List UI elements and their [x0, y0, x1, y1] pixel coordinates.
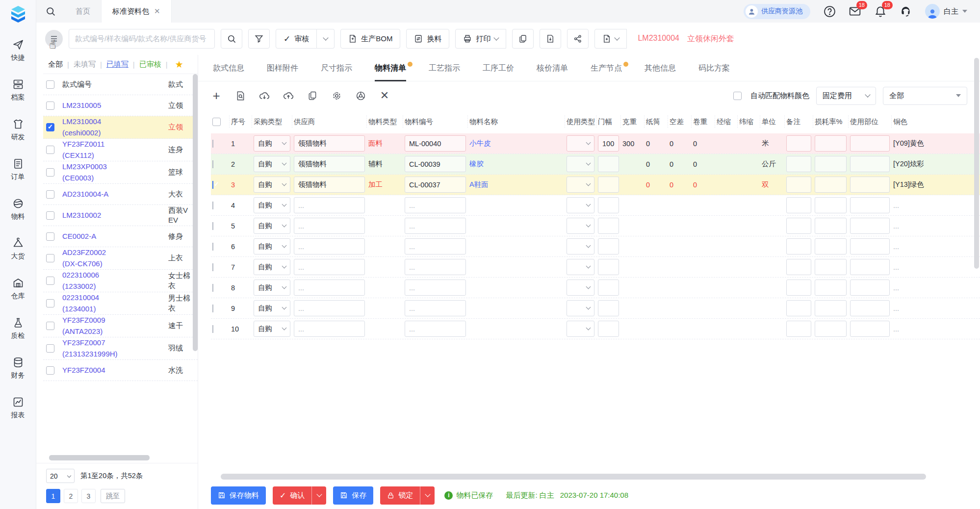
copy-rows-icon[interactable] [307, 90, 318, 101]
collapse-panel-button[interactable]: ☝ [45, 30, 63, 48]
style-list-item[interactable]: AD23FZ0002(DX-CK706)上衣 [43, 247, 198, 270]
filter-未填写[interactable]: 未填写 [74, 60, 96, 69]
sidebar-item-档案[interactable]: 档案 [11, 78, 25, 102]
filter-已审核[interactable]: 已审核 [139, 60, 161, 69]
style-item-checkbox[interactable] [46, 299, 54, 307]
fee-type-select[interactable]: 固定费用 [816, 87, 876, 105]
fabric-width-input[interactable] [598, 218, 619, 234]
app-logo-icon[interactable] [8, 4, 28, 25]
note-input[interactable] [786, 197, 811, 213]
loss-rate-input[interactable] [815, 218, 847, 234]
select-all-rows-checkbox[interactable] [212, 118, 221, 126]
use-type-select[interactable] [567, 135, 594, 152]
purchase-type-select[interactable]: 自购 [254, 156, 290, 172]
material-code-input[interactable]: CL-00037 [405, 177, 466, 193]
tab-home[interactable]: 首页 [65, 0, 101, 23]
use-part-input[interactable] [850, 300, 890, 316]
note-input[interactable] [786, 300, 811, 316]
close-tab-icon[interactable]: ✕ [154, 7, 160, 16]
filter-已填写[interactable]: 已填写 [106, 60, 129, 69]
use-type-select[interactable] [567, 280, 594, 296]
style-item-checkbox[interactable] [46, 366, 54, 375]
row-checkbox[interactable] [212, 305, 213, 312]
window-vertical-scrollbar[interactable] [974, 58, 979, 269]
scope-select[interactable]: 全部 [883, 87, 967, 105]
use-part-input[interactable] [850, 280, 890, 296]
supplier-input[interactable]: 领猫物料 [294, 156, 365, 172]
style-item-checkbox[interactable] [46, 190, 54, 199]
style-list-item[interactable]: LM2310004(ceshi0002)立领 [43, 116, 198, 139]
supplier-input[interactable]: 领猫物料 [294, 177, 365, 193]
sidebar-item-仓库[interactable]: 仓库 [11, 277, 25, 301]
loss-rate-input[interactable] [815, 177, 847, 193]
list-vertical-scrollbar[interactable] [193, 74, 198, 351]
cloud-upload-icon[interactable] [283, 90, 294, 101]
use-part-input[interactable] [850, 156, 890, 172]
style-item-checkbox[interactable] [46, 146, 54, 154]
purchase-type-select[interactable]: 自购 [254, 177, 290, 193]
supplier-input[interactable]: ... [294, 259, 365, 275]
tab-工艺指示[interactable]: 工艺指示 [429, 63, 460, 81]
style-item-checkbox[interactable] [46, 254, 54, 262]
style-list-item[interactable]: 022310006(1233002)女士棉衣 [43, 270, 198, 292]
row-checkbox[interactable] [212, 222, 213, 230]
material-code-input[interactable]: ... [405, 218, 466, 234]
sidebar-item-快捷[interactable]: 快捷 [11, 39, 25, 62]
supplier-input[interactable]: ... [294, 300, 365, 316]
use-type-select[interactable] [567, 177, 594, 193]
sidebar-item-研发[interactable]: 研发 [11, 118, 25, 142]
row-checkbox[interactable] [212, 284, 213, 292]
supplier-input[interactable]: ... [294, 238, 365, 254]
file-search-icon[interactable] [235, 90, 246, 101]
help-icon[interactable] [823, 5, 836, 18]
fabric-width-input[interactable] [598, 238, 619, 254]
material-name-link[interactable]: A鞋面 [468, 180, 565, 189]
cloud-download-icon[interactable] [259, 90, 270, 101]
material-code-input[interactable]: ... [405, 321, 466, 337]
material-code-input[interactable]: ... [405, 280, 466, 296]
fabric-width-input[interactable] [598, 156, 619, 172]
supplier-input[interactable]: 领猫物料 [294, 135, 365, 152]
lock-button[interactable]: 锁定 [380, 486, 420, 505]
style-item-checkbox[interactable] [46, 123, 54, 131]
purchase-type-select[interactable]: 自购 [254, 280, 290, 296]
audit-button[interactable]: ✓审核 [276, 29, 317, 49]
tab-款式信息[interactable]: 款式信息 [213, 63, 244, 81]
row-checkbox[interactable] [212, 325, 213, 333]
note-input[interactable] [786, 218, 811, 234]
purchase-type-select[interactable]: 自购 [254, 135, 290, 152]
purchase-type-select[interactable]: 自购 [254, 218, 290, 234]
color-palette-icon[interactable] [355, 90, 366, 101]
row-checkbox[interactable] [212, 202, 213, 209]
page-button-2[interactable]: 2 [64, 489, 78, 503]
fabric-width-input[interactable] [598, 321, 619, 337]
material-code-input[interactable]: ... [405, 197, 466, 213]
style-item-checkbox[interactable] [46, 232, 54, 241]
style-item-checkbox[interactable] [46, 168, 54, 177]
purchase-type-select[interactable]: 自购 [254, 321, 290, 337]
purchase-type-select[interactable]: 自购 [254, 197, 290, 213]
style-list-item[interactable]: CE0002-A修身 [43, 226, 198, 247]
jump-to-page-button[interactable]: 跳至 [101, 489, 125, 503]
tab-核价清单[interactable]: 核价清单 [537, 63, 568, 81]
loss-rate-input[interactable] [815, 321, 847, 337]
use-part-input[interactable] [850, 259, 890, 275]
note-input[interactable] [786, 259, 811, 275]
sidebar-item-财务[interactable]: 财务 [11, 356, 25, 380]
row-checkbox[interactable] [212, 140, 213, 148]
use-part-input[interactable] [850, 135, 890, 152]
material-name-link[interactable]: 橡胶 [468, 159, 565, 169]
note-input[interactable] [786, 280, 811, 296]
clear-rows-icon[interactable]: ✕ [379, 90, 390, 101]
fabric-width-input[interactable] [598, 300, 619, 316]
loss-rate-input[interactable] [815, 197, 847, 213]
tab-尺寸指示[interactable]: 尺寸指示 [321, 63, 352, 81]
use-type-select[interactable] [567, 300, 594, 316]
row-checkbox[interactable] [212, 181, 213, 189]
tab-工序工价[interactable]: 工序工价 [483, 63, 514, 81]
fabric-width-input[interactable] [598, 259, 619, 275]
page-button-1[interactable]: 1 [46, 489, 60, 503]
loss-rate-input[interactable] [815, 156, 847, 172]
use-type-select[interactable] [567, 238, 594, 254]
tab-图样附件[interactable]: 图样附件 [267, 63, 298, 81]
